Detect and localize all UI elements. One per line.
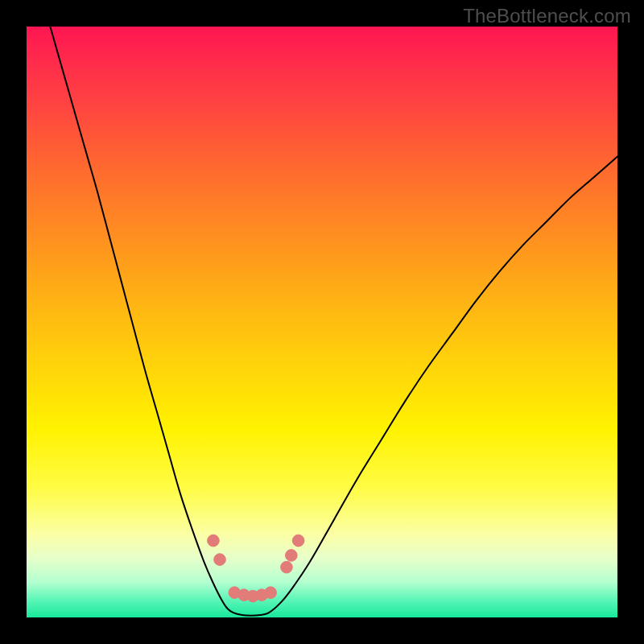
watermark-text: TheBottleneck.com: [463, 5, 631, 27]
bottleneck-curve: [50, 27, 617, 616]
chart-frame: TheBottleneck.com: [0, 0, 644, 644]
curve-marker: [292, 535, 304, 547]
curve-marker: [265, 587, 277, 599]
plot-area: [27, 27, 617, 617]
curve-marker: [214, 554, 226, 566]
curve-marker: [285, 550, 297, 562]
curve-marker: [281, 561, 293, 573]
bottleneck-curve-svg: [27, 27, 617, 617]
curve-marker: [208, 535, 220, 547]
